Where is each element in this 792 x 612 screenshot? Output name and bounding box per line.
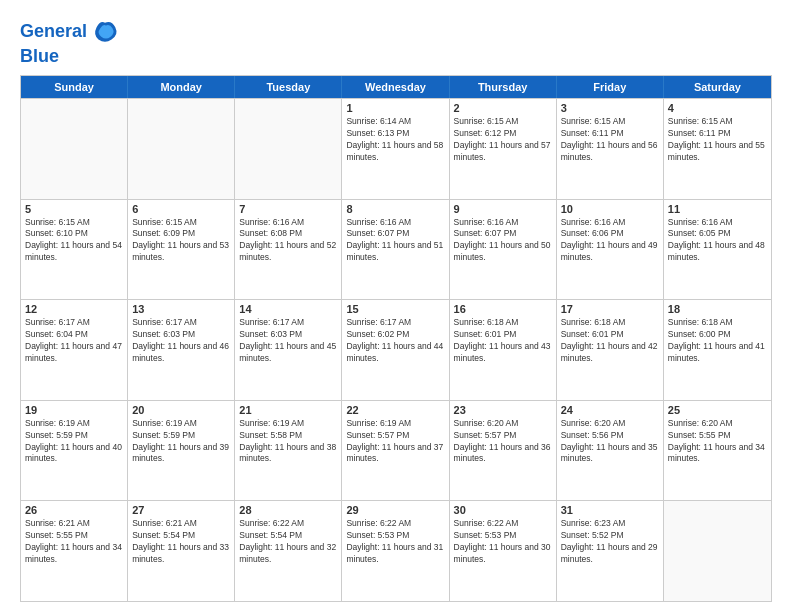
- calendar-cell: 10Sunrise: 6:16 AM Sunset: 6:06 PM Dayli…: [557, 200, 664, 300]
- calendar-cell: 30Sunrise: 6:22 AM Sunset: 5:53 PM Dayli…: [450, 501, 557, 601]
- day-number: 5: [25, 203, 123, 215]
- day-info: Sunrise: 6:21 AM Sunset: 5:55 PM Dayligh…: [25, 518, 123, 566]
- day-info: Sunrise: 6:18 AM Sunset: 6:00 PM Dayligh…: [668, 317, 767, 365]
- calendar-cell: [664, 501, 771, 601]
- calendar-cell: 21Sunrise: 6:19 AM Sunset: 5:58 PM Dayli…: [235, 401, 342, 501]
- day-info: Sunrise: 6:16 AM Sunset: 6:05 PM Dayligh…: [668, 217, 767, 265]
- calendar-cell: 1Sunrise: 6:14 AM Sunset: 6:13 PM Daylig…: [342, 99, 449, 199]
- logo-icon: [91, 18, 119, 46]
- calendar-row: 1Sunrise: 6:14 AM Sunset: 6:13 PM Daylig…: [21, 98, 771, 199]
- day-number: 4: [668, 102, 767, 114]
- day-info: Sunrise: 6:20 AM Sunset: 5:56 PM Dayligh…: [561, 418, 659, 466]
- weekday-header: Friday: [557, 76, 664, 98]
- day-info: Sunrise: 6:15 AM Sunset: 6:12 PM Dayligh…: [454, 116, 552, 164]
- day-number: 9: [454, 203, 552, 215]
- day-number: 14: [239, 303, 337, 315]
- day-number: 19: [25, 404, 123, 416]
- calendar-cell: 24Sunrise: 6:20 AM Sunset: 5:56 PM Dayli…: [557, 401, 664, 501]
- day-number: 21: [239, 404, 337, 416]
- weekday-header: Wednesday: [342, 76, 449, 98]
- calendar-cell: 15Sunrise: 6:17 AM Sunset: 6:02 PM Dayli…: [342, 300, 449, 400]
- day-info: Sunrise: 6:18 AM Sunset: 6:01 PM Dayligh…: [561, 317, 659, 365]
- day-info: Sunrise: 6:20 AM Sunset: 5:57 PM Dayligh…: [454, 418, 552, 466]
- page: General Blue SundayMondayTuesdayWednesda…: [0, 0, 792, 612]
- day-number: 12: [25, 303, 123, 315]
- day-number: 1: [346, 102, 444, 114]
- day-number: 6: [132, 203, 230, 215]
- day-number: 20: [132, 404, 230, 416]
- day-number: 27: [132, 504, 230, 516]
- day-number: 11: [668, 203, 767, 215]
- calendar-cell: 31Sunrise: 6:23 AM Sunset: 5:52 PM Dayli…: [557, 501, 664, 601]
- calendar-cell: 6Sunrise: 6:15 AM Sunset: 6:09 PM Daylig…: [128, 200, 235, 300]
- calendar-cell: 22Sunrise: 6:19 AM Sunset: 5:57 PM Dayli…: [342, 401, 449, 501]
- calendar-cell: 12Sunrise: 6:17 AM Sunset: 6:04 PM Dayli…: [21, 300, 128, 400]
- day-number: 3: [561, 102, 659, 114]
- calendar-header: SundayMondayTuesdayWednesdayThursdayFrid…: [21, 76, 771, 98]
- calendar-cell: [235, 99, 342, 199]
- header: General Blue: [20, 18, 772, 67]
- weekday-header: Monday: [128, 76, 235, 98]
- calendar-cell: 2Sunrise: 6:15 AM Sunset: 6:12 PM Daylig…: [450, 99, 557, 199]
- calendar-cell: 23Sunrise: 6:20 AM Sunset: 5:57 PM Dayli…: [450, 401, 557, 501]
- day-number: 28: [239, 504, 337, 516]
- day-number: 22: [346, 404, 444, 416]
- calendar-cell: 13Sunrise: 6:17 AM Sunset: 6:03 PM Dayli…: [128, 300, 235, 400]
- day-number: 25: [668, 404, 767, 416]
- calendar-body: 1Sunrise: 6:14 AM Sunset: 6:13 PM Daylig…: [21, 98, 771, 601]
- logo-text: General: [20, 22, 87, 42]
- day-info: Sunrise: 6:17 AM Sunset: 6:04 PM Dayligh…: [25, 317, 123, 365]
- day-info: Sunrise: 6:15 AM Sunset: 6:10 PM Dayligh…: [25, 217, 123, 265]
- calendar-cell: 7Sunrise: 6:16 AM Sunset: 6:08 PM Daylig…: [235, 200, 342, 300]
- calendar-cell: 27Sunrise: 6:21 AM Sunset: 5:54 PM Dayli…: [128, 501, 235, 601]
- day-info: Sunrise: 6:17 AM Sunset: 6:03 PM Dayligh…: [239, 317, 337, 365]
- day-number: 15: [346, 303, 444, 315]
- weekday-header: Tuesday: [235, 76, 342, 98]
- calendar-cell: [21, 99, 128, 199]
- day-info: Sunrise: 6:16 AM Sunset: 6:06 PM Dayligh…: [561, 217, 659, 265]
- logo-blue: Blue: [20, 46, 119, 67]
- calendar-row: 19Sunrise: 6:19 AM Sunset: 5:59 PM Dayli…: [21, 400, 771, 501]
- day-info: Sunrise: 6:20 AM Sunset: 5:55 PM Dayligh…: [668, 418, 767, 466]
- calendar-cell: 5Sunrise: 6:15 AM Sunset: 6:10 PM Daylig…: [21, 200, 128, 300]
- day-info: Sunrise: 6:21 AM Sunset: 5:54 PM Dayligh…: [132, 518, 230, 566]
- day-number: 17: [561, 303, 659, 315]
- day-info: Sunrise: 6:17 AM Sunset: 6:02 PM Dayligh…: [346, 317, 444, 365]
- day-number: 13: [132, 303, 230, 315]
- calendar-row: 26Sunrise: 6:21 AM Sunset: 5:55 PM Dayli…: [21, 500, 771, 601]
- day-number: 8: [346, 203, 444, 215]
- day-number: 24: [561, 404, 659, 416]
- day-info: Sunrise: 6:19 AM Sunset: 5:58 PM Dayligh…: [239, 418, 337, 466]
- calendar-cell: 11Sunrise: 6:16 AM Sunset: 6:05 PM Dayli…: [664, 200, 771, 300]
- calendar-cell: 17Sunrise: 6:18 AM Sunset: 6:01 PM Dayli…: [557, 300, 664, 400]
- day-number: 7: [239, 203, 337, 215]
- calendar-cell: 25Sunrise: 6:20 AM Sunset: 5:55 PM Dayli…: [664, 401, 771, 501]
- calendar: SundayMondayTuesdayWednesdayThursdayFrid…: [20, 75, 772, 602]
- weekday-header: Sunday: [21, 76, 128, 98]
- day-number: 16: [454, 303, 552, 315]
- calendar-cell: 3Sunrise: 6:15 AM Sunset: 6:11 PM Daylig…: [557, 99, 664, 199]
- calendar-cell: 16Sunrise: 6:18 AM Sunset: 6:01 PM Dayli…: [450, 300, 557, 400]
- day-info: Sunrise: 6:22 AM Sunset: 5:54 PM Dayligh…: [239, 518, 337, 566]
- day-info: Sunrise: 6:14 AM Sunset: 6:13 PM Dayligh…: [346, 116, 444, 164]
- day-info: Sunrise: 6:18 AM Sunset: 6:01 PM Dayligh…: [454, 317, 552, 365]
- day-info: Sunrise: 6:22 AM Sunset: 5:53 PM Dayligh…: [346, 518, 444, 566]
- weekday-header: Saturday: [664, 76, 771, 98]
- day-number: 30: [454, 504, 552, 516]
- day-info: Sunrise: 6:19 AM Sunset: 5:59 PM Dayligh…: [25, 418, 123, 466]
- day-info: Sunrise: 6:15 AM Sunset: 6:11 PM Dayligh…: [561, 116, 659, 164]
- day-info: Sunrise: 6:22 AM Sunset: 5:53 PM Dayligh…: [454, 518, 552, 566]
- calendar-cell: 29Sunrise: 6:22 AM Sunset: 5:53 PM Dayli…: [342, 501, 449, 601]
- calendar-cell: 20Sunrise: 6:19 AM Sunset: 5:59 PM Dayli…: [128, 401, 235, 501]
- calendar-cell: [128, 99, 235, 199]
- logo: General Blue: [20, 18, 119, 67]
- day-number: 31: [561, 504, 659, 516]
- day-number: 26: [25, 504, 123, 516]
- day-info: Sunrise: 6:15 AM Sunset: 6:09 PM Dayligh…: [132, 217, 230, 265]
- calendar-cell: 8Sunrise: 6:16 AM Sunset: 6:07 PM Daylig…: [342, 200, 449, 300]
- day-number: 2: [454, 102, 552, 114]
- day-info: Sunrise: 6:17 AM Sunset: 6:03 PM Dayligh…: [132, 317, 230, 365]
- calendar-cell: 19Sunrise: 6:19 AM Sunset: 5:59 PM Dayli…: [21, 401, 128, 501]
- calendar-row: 5Sunrise: 6:15 AM Sunset: 6:10 PM Daylig…: [21, 199, 771, 300]
- day-info: Sunrise: 6:19 AM Sunset: 5:59 PM Dayligh…: [132, 418, 230, 466]
